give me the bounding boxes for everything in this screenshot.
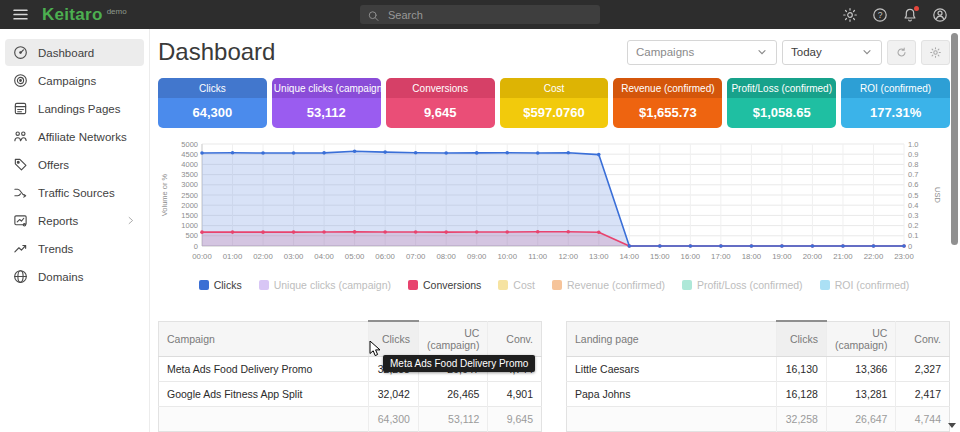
help-icon[interactable]: ? [872,7,888,23]
svg-text:4000: 4000 [181,160,198,169]
sidebar-item-offers[interactable]: Offers [5,151,144,178]
stat-card-label: Revenue (confirmed) [613,78,722,98]
svg-text:21:00: 21:00 [833,252,853,261]
column-header[interactable]: Campaign [159,321,369,356]
svg-text:22:00: 22:00 [864,252,884,261]
legend-swatch [820,280,830,290]
legend-label: Cost [513,279,535,291]
table-row[interactable]: Papa Johns16,12813,2812,417 [567,381,950,406]
sidebar-item-landings-pages[interactable]: Landings Pages [5,95,144,122]
stat-card-label: ROI (confirmed) [841,78,950,98]
legend-swatch [498,280,508,290]
svg-text:USD: USD [933,187,942,203]
total-cell: 4,744 [896,406,950,431]
svg-text:0.9: 0.9 [908,150,918,159]
sidebar-item-reports[interactable]: Reports [5,207,144,234]
stat-card-value: $597.0760 [500,98,609,128]
sidebar-item-affiliate-networks[interactable]: Affiliate Networks [5,123,144,150]
svg-text:0.6: 0.6 [908,180,918,189]
sidebar-item-label: Traffic Sources [38,187,115,199]
sidebar-item-label: Campaigns [38,75,96,87]
column-header[interactable]: Conv. [488,321,542,356]
legend-item[interactable]: Cost [498,279,535,291]
table-cell: 26,465 [418,381,488,406]
table-cell: 2,417 [896,381,950,406]
settings-icon[interactable] [842,7,858,23]
sidebar-item-domains[interactable]: Domains [5,263,144,290]
legend-swatch [552,280,562,290]
total-cell: 9,645 [488,406,542,431]
legend-item[interactable]: ROI (confirmed) [820,279,910,291]
legend-item[interactable]: Conversions [408,279,481,291]
traffic-chart[interactable]: 005000.110000.215000.320000.425000.53000… [158,140,950,274]
stat-card: Cost $597.0760 [500,78,609,128]
table-row[interactable]: Google Ads Fitness App Split32,04226,465… [159,381,542,406]
stat-card: Clicks 64,300 [158,78,267,128]
svg-text:500: 500 [185,231,198,240]
chevron-right-icon [125,215,136,226]
legend-item[interactable]: Clicks [199,279,242,291]
svg-text:0.2: 0.2 [908,221,918,230]
traffic-icon [13,185,28,200]
date-range-value: Today [791,46,822,58]
refresh-button[interactable] [887,40,916,65]
stat-card-label: Conversions [386,78,495,98]
stat-card-value: $1,058.65 [727,98,836,128]
brand-name: Keitaro [42,6,103,23]
search-input[interactable] [386,8,593,22]
brand-logo[interactable]: Keitaro demo [42,6,127,23]
svg-text:1.0: 1.0 [908,140,918,149]
sidebar-item-trends[interactable]: Trends [5,235,144,262]
column-header[interactable]: UC (campaign) [826,321,896,356]
notification-badge [914,6,919,11]
tag-icon [13,157,28,172]
svg-text:01:00: 01:00 [223,252,243,261]
total-cell: 26,647 [826,406,896,431]
table-cell: 13,366 [826,356,896,381]
column-header[interactable]: UC (campaign) [418,321,488,356]
svg-text:0.8: 0.8 [908,160,918,169]
legend-label: Clicks [214,279,242,291]
column-header[interactable]: Landing page [567,321,777,356]
table-cell: 16,130 [777,356,827,381]
stat-card: Conversions 9,645 [386,78,495,128]
table-row[interactable]: Little Caesars16,13013,3662,327 [567,356,950,381]
campaign-filter-select[interactable]: Campaigns [627,40,777,65]
stat-card-label: Unique clicks (campaign) [272,78,381,98]
date-range-select[interactable]: Today [782,40,882,65]
column-header[interactable]: Clicks [777,321,827,356]
sidebar-item-dashboard[interactable]: Dashboard [5,39,144,66]
campaign-filter-value: Campaigns [636,46,694,58]
svg-text:00:00: 00:00 [192,252,212,261]
network-icon [13,129,28,144]
stat-card-value: 177.31% [841,98,950,128]
table-cell: 2,327 [896,356,950,381]
stat-card: ROI (confirmed) 177.31% [841,78,950,128]
svg-text:08:00: 08:00 [436,252,456,261]
account-icon[interactable] [932,7,948,23]
legend-item[interactable]: Unique clicks (campaign) [259,279,391,291]
scroll-down-arrow[interactable] [948,423,956,428]
stat-card-label: Clicks [158,78,267,98]
search-bar[interactable] [360,5,600,24]
notifications-icon[interactable] [902,7,918,23]
legend-item[interactable]: Profit/Loss (confirmed) [682,279,803,291]
dashboard-settings-button[interactable] [921,40,950,65]
landings-table: Landing pageClicksUC (campaign)Conv.Litt… [566,320,950,432]
svg-text:16:00: 16:00 [681,252,701,261]
svg-text:19:00: 19:00 [772,252,792,261]
stat-card-value: 64,300 [158,98,267,128]
stat-card-value: 53,112 [272,98,381,128]
svg-text:09:00: 09:00 [467,252,487,261]
svg-text:1500: 1500 [181,211,198,220]
refresh-icon [895,46,908,59]
sidebar-item-campaigns[interactable]: Campaigns [5,67,144,94]
sidebar-item-traffic-sources[interactable]: Traffic Sources [5,179,144,206]
menu-icon[interactable] [12,6,30,23]
svg-text:3000: 3000 [181,180,198,189]
svg-text:20:00: 20:00 [803,252,823,261]
legend-item[interactable]: Revenue (confirmed) [552,279,665,291]
scrollbar-thumb[interactable] [951,33,958,245]
column-header[interactable]: Conv. [896,321,950,356]
table-cell: 16,128 [777,381,827,406]
